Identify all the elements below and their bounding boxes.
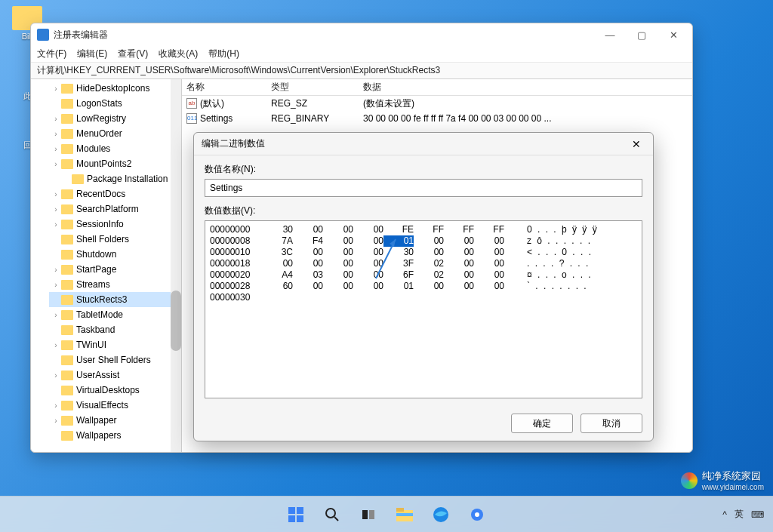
list-row[interactable]: 011SettingsREG_BINARY30 00 00 00 fe ff f…	[182, 111, 692, 126]
svg-line-7	[334, 517, 338, 521]
close-button[interactable]: ✕	[658, 23, 689, 46]
edge-icon	[433, 506, 449, 523]
folder-icon	[61, 235, 73, 244]
svg-rect-2	[288, 507, 295, 514]
folder-icon	[61, 340, 73, 350]
svg-rect-11	[396, 508, 404, 512]
tree-item[interactable]: StuckRects3	[49, 292, 181, 307]
tree-item[interactable]: VirtualDesktops	[49, 383, 181, 398]
edit-binary-dialog: 编辑二进制数值 ✕ 数值名称(N): 数值数据(V): 000000003000…	[193, 132, 654, 441]
tree-item[interactable]: Taskband	[49, 322, 181, 337]
tree-item[interactable]: LogonStats	[49, 96, 181, 111]
hex-row[interactable]: 0000000030000000FEFFFFFF0 . . . þ ÿ ÿ ÿ	[210, 224, 637, 235]
gear-icon	[470, 507, 485, 522]
svg-point-15	[475, 512, 479, 517]
watermark-logo-icon	[681, 472, 698, 489]
tree-item[interactable]: ›RecentDocs	[49, 186, 181, 201]
start-button[interactable]	[281, 500, 311, 530]
svg-rect-4	[288, 515, 295, 522]
tree-item[interactable]: ›SessionInfo	[49, 217, 181, 232]
edge-button[interactable]	[426, 500, 456, 530]
folder-icon	[61, 295, 73, 305]
tree-item[interactable]: ›HideDesktopIcons	[49, 81, 181, 96]
menubar: 文件(F) 编辑(E) 查看(V) 收藏夹(A) 帮助(H)	[31, 46, 692, 63]
tree-item[interactable]: Package Installation	[49, 171, 181, 186]
folder-icon	[61, 250, 73, 260]
tree-item[interactable]: ›LowRegistry	[49, 111, 181, 126]
hex-row[interactable]: 00000020A40300006F020000¤ . . . o . . .	[210, 269, 637, 281]
regedit-icon	[37, 29, 49, 41]
folder-icon	[61, 144, 73, 154]
tree-item[interactable]: ›Modules	[49, 141, 181, 156]
tree-item[interactable]: Shell Folders	[49, 232, 181, 247]
hex-row[interactable]: 000000087AF4000001000000z ô . . . . . .	[210, 235, 637, 247]
menu-help[interactable]: 帮助(H)	[208, 48, 239, 60]
folder-icon	[61, 204, 73, 214]
folder-icon	[61, 310, 73, 320]
taskview-button[interactable]	[353, 500, 383, 530]
folder-icon	[61, 280, 73, 290]
window-title: 注册表编辑器	[54, 29, 594, 42]
windows-icon	[288, 507, 303, 522]
registry-tree[interactable]: ›HideDesktopIconsLogonStats›LowRegistry›…	[31, 79, 182, 452]
folder-icon	[61, 220, 73, 229]
svg-point-6	[326, 509, 335, 518]
tray-ime-icon[interactable]: ⌨	[751, 509, 764, 520]
hex-row[interactable]: 000000103C00000030000000< . . . 0 . . .	[210, 247, 637, 258]
value-name-input[interactable]	[205, 179, 642, 197]
watermark: 纯净系统家园 www.yidaimei.com	[681, 469, 764, 491]
folder-icon	[61, 401, 73, 411]
address-bar[interactable]: 计算机\HKEY_CURRENT_USER\Software\Microsoft…	[31, 63, 692, 79]
hex-row[interactable]: 00000018000000003F020000. . . . ? . . .	[210, 258, 637, 269]
folder-icon	[396, 508, 413, 521]
hex-row[interactable]: 000000286000000001000000` . . . . . . .	[210, 281, 637, 292]
folder-icon	[61, 114, 73, 124]
search-icon	[325, 507, 340, 522]
folder-icon	[61, 371, 73, 380]
tree-item[interactable]: ›Wallpaper	[49, 413, 181, 428]
tree-item[interactable]: User Shell Folders	[49, 352, 181, 367]
folder-icon	[61, 189, 73, 199]
tree-item[interactable]: ›VisualEffects	[49, 398, 181, 413]
folder-icon	[61, 386, 73, 395]
tree-item[interactable]: ›Streams	[49, 277, 181, 292]
tray-language[interactable]: 英	[735, 508, 744, 521]
menu-file[interactable]: 文件(F)	[37, 48, 66, 60]
folder-icon	[61, 99, 73, 109]
tree-item[interactable]: ›MenuOrder	[49, 126, 181, 141]
explorer-button[interactable]	[390, 500, 420, 530]
folder-icon	[61, 159, 73, 169]
list-row[interactable]: ab(默认)REG_SZ(数值未设置)	[182, 96, 692, 111]
search-button[interactable]	[317, 500, 347, 530]
tree-scrollbar[interactable]	[171, 79, 181, 452]
tree-item[interactable]: ›MountPoints2	[49, 156, 181, 171]
tree-item[interactable]: ›StartPage	[49, 262, 181, 277]
menu-view[interactable]: 查看(V)	[118, 48, 148, 60]
tree-item[interactable]: Shutdown	[49, 247, 181, 262]
menu-favorites[interactable]: 收藏夹(A)	[159, 48, 198, 60]
folder-icon	[61, 416, 73, 426]
dialog-close-button[interactable]: ✕	[627, 138, 645, 150]
taskview-icon	[361, 507, 376, 522]
maximize-button[interactable]: ▢	[626, 23, 658, 46]
tree-item[interactable]: ›TWinUI	[49, 337, 181, 352]
menu-edit[interactable]: 编辑(E)	[77, 48, 107, 60]
svg-rect-8	[362, 510, 368, 519]
cancel-button[interactable]: 取消	[581, 414, 642, 433]
tree-item[interactable]: ›UserAssist	[49, 367, 181, 383]
folder-icon	[72, 174, 84, 184]
tree-item[interactable]: Wallpapers	[49, 428, 181, 443]
svg-rect-5	[297, 515, 303, 522]
tree-item[interactable]: ›SearchPlatform	[49, 201, 181, 217]
titlebar: 注册表编辑器 — ▢ ✕	[31, 23, 692, 46]
hex-row[interactable]: 00000030	[210, 292, 637, 303]
tray-chevron-icon[interactable]: ^	[722, 509, 727, 520]
settings-button[interactable]	[462, 500, 492, 530]
folder-icon	[61, 355, 73, 365]
minimize-button[interactable]: —	[594, 23, 626, 46]
folder-icon	[61, 129, 73, 139]
tree-item[interactable]: ›TabletMode	[49, 307, 181, 322]
dialog-title: 编辑二进制数值	[202, 137, 627, 150]
hex-editor[interactable]: 0000000030000000FEFFFFFF0 . . . þ ÿ ÿ ÿ0…	[205, 220, 642, 398]
ok-button[interactable]: 确定	[511, 414, 573, 433]
